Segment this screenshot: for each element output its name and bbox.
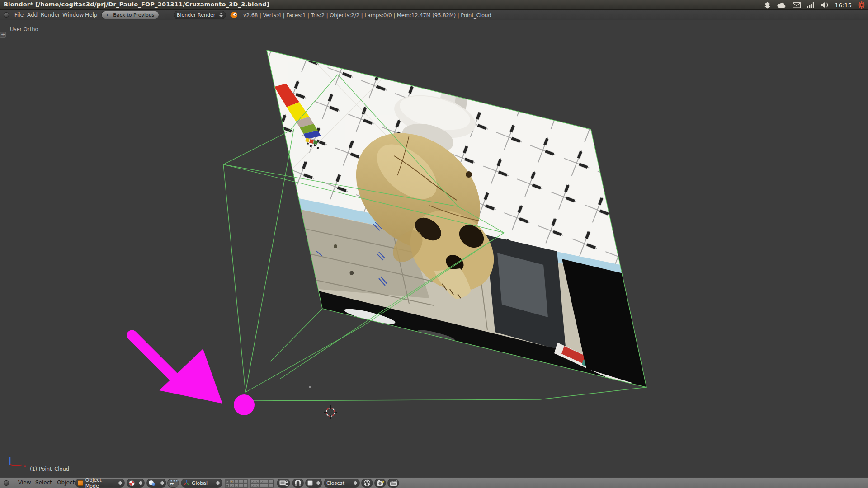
layer-cell[interactable] [234, 483, 239, 488]
region-expand-handle[interactable]: + [0, 32, 6, 38]
layer-cell[interactable] [225, 479, 230, 483]
snap-element-button[interactable] [305, 479, 322, 488]
snap-element-cube-icon [307, 480, 313, 486]
3d-cursor [324, 405, 337, 419]
active-object-label: (1) Point_Cloud [30, 466, 69, 472]
back-arrow-icon: ← [106, 12, 110, 18]
layer-cell[interactable] [259, 483, 264, 488]
3d-viewport[interactable]: User Ortho + x (1) Point_Cloud [0, 0, 868, 488]
view-orientation-label: User Ortho [10, 26, 38, 33]
layer-cell[interactable] [243, 483, 248, 488]
stepper-arrows-icon [219, 12, 223, 18]
menu-file[interactable]: File [14, 12, 24, 18]
axis-x-label: x [24, 463, 26, 468]
shading-ball-icon [129, 480, 135, 486]
clapperboard-icon [390, 479, 397, 487]
layer-cell[interactable] [230, 483, 234, 488]
layer-cell[interactable] [264, 479, 269, 483]
menu-render[interactable]: Render [41, 12, 60, 18]
stepper-arrows-icon [160, 480, 164, 486]
photo-plane [267, 50, 646, 388]
menu-select[interactable]: Select [35, 479, 52, 486]
layer-cell[interactable] [230, 479, 234, 483]
render-engine-select[interactable]: Blender Render [174, 11, 226, 19]
annotation-arrow [132, 335, 222, 404]
layer-cell[interactable] [250, 483, 255, 488]
stepper-arrows-icon [216, 480, 220, 486]
object-mode-cube-icon [78, 480, 83, 486]
layer-cell[interactable] [234, 479, 239, 483]
stepper-arrows-icon [118, 480, 122, 486]
stepper-arrows-icon [138, 480, 142, 486]
clock[interactable]: 16:15 [835, 2, 852, 9]
scene-statistics: v2.68 | Verts:4 | Faces:1 | Tris:2 | Obj… [243, 12, 491, 19]
stepper-arrows-icon [353, 480, 357, 486]
lock-to-scene-toggle[interactable] [277, 479, 290, 488]
object-origin-dot [309, 386, 311, 388]
menu-window[interactable]: Window [62, 12, 84, 18]
layer-cell[interactable] [259, 479, 264, 483]
window-title: Blender* [/home/cogitas3d/prj/Dr_Paulo_F… [4, 1, 269, 8]
viewport-header: View Select Object Object Mode ↔ [0, 477, 868, 488]
viewport-canvas[interactable] [0, 0, 868, 488]
layer-cell[interactable] [239, 479, 243, 483]
cloud-icon[interactable] [777, 2, 786, 8]
system-tray: 16:15 [764, 0, 865, 10]
info-header: File Add Render Window Help ← Back to Pr… [0, 10, 868, 20]
snap-center-icon [363, 479, 371, 487]
axis-triad-icon [184, 479, 189, 487]
pivot-point-select[interactable] [146, 479, 166, 488]
mail-icon[interactable] [793, 2, 801, 8]
menu-object[interactable]: Object [57, 479, 75, 486]
viewport-shading-select[interactable] [127, 479, 145, 488]
layers-grid-2[interactable] [250, 479, 274, 488]
layer-cell[interactable] [255, 483, 259, 488]
snap-target-select[interactable]: Closest [324, 479, 360, 488]
opengl-render-button[interactable] [374, 479, 386, 488]
layer-cell[interactable] [239, 483, 243, 488]
blender-logo-icon [230, 11, 238, 20]
volume-icon[interactable] [821, 2, 829, 8]
layer-cell[interactable] [243, 479, 248, 483]
header-collapse-button[interactable] [4, 12, 9, 18]
annotation-dot [234, 394, 255, 415]
layer-cell[interactable] [264, 483, 269, 488]
manipulator-toggle[interactable]: ↔ [167, 479, 179, 488]
menu-help[interactable]: Help [85, 12, 97, 18]
layer-cell[interactable] [225, 483, 230, 488]
layer-cell[interactable] [269, 479, 273, 483]
layer-cell[interactable] [255, 479, 259, 483]
layer-cell[interactable] [269, 483, 273, 488]
viewport-header-collapse-button[interactable] [4, 480, 9, 486]
render-camera-icon [377, 479, 384, 487]
sync-icon[interactable] [764, 2, 771, 9]
mode-select[interactable]: Object Mode [75, 479, 125, 488]
mini-axis-gizmo: x [5, 451, 29, 468]
transform-orientation-select[interactable]: Global [181, 479, 222, 488]
layers-grid-1[interactable] [225, 479, 248, 488]
opengl-render-anim-button[interactable] [387, 479, 399, 488]
translate-manipulator-icon: ↔ [170, 480, 177, 486]
network-signal-icon[interactable] [807, 2, 814, 8]
stepper-arrows-icon [316, 480, 320, 486]
snap-toggle[interactable] [292, 479, 304, 488]
menu-view[interactable]: View [18, 479, 31, 486]
menu-add[interactable]: Add [27, 12, 38, 18]
screen-link-icon [279, 480, 288, 487]
blender-window: User Ortho + x (1) Point_Cloud Blender* … [0, 0, 868, 488]
snap-peel-button[interactable] [361, 479, 373, 488]
session-gear-icon[interactable] [858, 1, 865, 9]
pivot-spheres-icon [149, 480, 155, 486]
back-to-previous-button[interactable]: ← Back to Previous [101, 11, 159, 19]
layer-cell[interactable] [250, 479, 255, 483]
window-titlebar: Blender* [/home/cogitas3d/prj/Dr_Paulo_F… [0, 0, 868, 10]
magnet-icon [294, 480, 302, 487]
